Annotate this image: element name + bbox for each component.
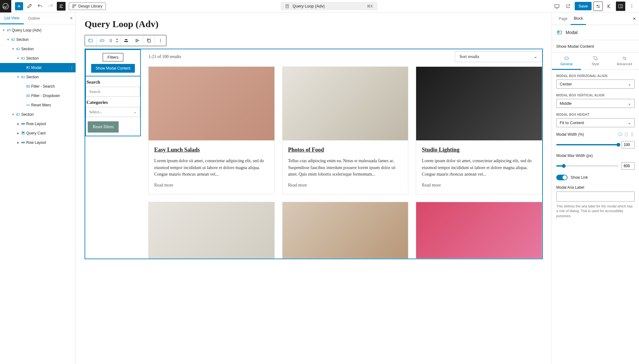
filters-trigger-button[interactable]: Filters [103,53,123,61]
query-card[interactable]: Easy Lunch SaladsLorem ipsum dolor sit a… [148,66,275,194]
show-link-toggle[interactable] [556,175,568,180]
sort-select[interactable]: Sort results ⌄ [455,51,542,62]
query-card[interactable] [148,202,275,259]
tree-caret-icon[interactable]: ▼ [16,75,20,79]
subtab-general[interactable]: General [552,53,581,70]
design-library-button[interactable]: Design Library [69,2,106,10]
desktop-preview-icon[interactable] [552,2,562,11]
block-type-icon[interactable] [85,35,96,46]
query-card[interactable]: Studio LightingLorem ipsum dolor sit ame… [416,66,542,194]
show-modal-content-button[interactable]: Show Modal Content [91,64,135,73]
tree-item-row-layout[interactable]: ▶Row Layout [0,119,76,129]
card-title[interactable]: Easy Lunch Salads [154,147,269,153]
tree-item-query-card[interactable]: ▶Query Card [0,129,76,138]
redo-icon[interactable] [46,2,55,11]
card-title[interactable]: Photos of Food [288,147,403,153]
tab-page[interactable]: Page [556,12,571,25]
query-card[interactable] [416,202,542,259]
tree-caret-icon[interactable]: ▼ [16,56,20,60]
modal-block-selected[interactable]: Filters Show Modal Content [85,49,141,76]
tree-caret-icon[interactable]: ▼ [2,28,6,32]
read-more-link[interactable]: Read more [288,183,403,188]
undo-icon[interactable] [36,2,44,11]
tree-item-modal[interactable]: Modal⋮ [0,63,76,72]
align-left-icon[interactable] [132,35,143,46]
close-left-panel-icon[interactable]: ✕ [70,16,73,21]
settings-preset-icon[interactable] [593,2,603,11]
svg-rect-51 [558,32,559,33]
height-select[interactable]: Fit to Content⌄ [556,118,635,127]
tab-list-view[interactable]: List View [0,13,24,24]
left-panel-tabs: List View Outline ✕ [0,12,76,24]
drag-handle-icon[interactable] [108,35,114,46]
tree-caret-icon[interactable]: ▼ [11,113,15,116]
wordpress-logo[interactable] [0,0,11,12]
tree-item-filter-search[interactable]: Filter - Search [0,82,76,91]
tree-caret-icon[interactable]: ▶ [16,141,20,144]
tree-item-filter-dropdown[interactable]: Filter - Dropdown [0,91,76,100]
more-options-icon[interactable] [155,35,166,46]
read-more-link[interactable]: Read more [154,183,269,188]
duplicate-icon[interactable] [143,35,155,46]
svg-point-15 [17,49,18,49]
close-inspector-icon[interactable]: ✕ [633,17,636,21]
tree-item-section[interactable]: ▼Section [0,44,76,54]
parent-block-icon[interactable] [96,35,108,46]
categories-select[interactable]: Select... ⌄ [86,107,140,117]
tree-item-section[interactable]: ▼Section [0,110,76,119]
device-mobile-icon[interactable] [630,132,635,137]
tree-item-section[interactable]: ▼Section [0,35,76,44]
tree-item-query-loop-adv-[interactable]: ▼Query Loop (Adv) [0,26,76,35]
reset-filters-button[interactable]: Reset filters [88,121,119,133]
move-up-down-icon[interactable] [114,35,120,46]
h-align-select[interactable]: Center⌄ [556,80,635,89]
subtab-style[interactable]: Style [581,53,610,70]
subtab-advanced[interactable]: Advanced [610,53,639,70]
svg-point-49 [160,41,161,42]
kadence-icon[interactable] [605,2,614,11]
tree-item-section[interactable]: ▼Section [0,72,76,82]
external-preview-icon[interactable] [563,2,573,11]
svg-rect-34 [24,142,25,143]
tools-icon[interactable] [25,2,34,11]
card-title[interactable]: Studio Lighting [422,147,536,153]
tree-item-label: Reset filters [31,103,51,107]
page-selector[interactable]: Query Loop (Adv) ⌘K [281,2,377,10]
svg-rect-2 [75,4,76,6]
tab-outline[interactable]: Outline [24,12,44,24]
read-more-link[interactable]: Read more [422,183,536,188]
tree-item-options-icon[interactable]: ⋮ [70,66,74,70]
svg-point-41 [111,40,112,41]
svg-point-9 [632,4,632,5]
max-width-slider[interactable] [556,165,618,167]
tree-item-row-layout[interactable]: ▶Row Layout [0,138,76,147]
svg-rect-22 [27,85,29,87]
width-slider[interactable] [556,144,618,145]
v-align-select[interactable]: Middle⌄ [556,99,635,108]
tree-caret-icon[interactable]: ▼ [6,38,10,41]
aria-label-input[interactable] [556,192,635,201]
settings-sidebar-icon[interactable] [616,2,625,11]
tree-caret-icon[interactable]: ▼ [11,47,15,51]
tree-caret-icon[interactable]: ▶ [16,131,20,135]
align-center-icon[interactable] [120,35,132,46]
tab-block[interactable]: Block [571,13,586,25]
max-width-input[interactable] [622,162,635,170]
tree-item-reset-filters[interactable]: Reset filters [0,100,76,110]
device-desktop-icon[interactable] [618,132,623,137]
query-card[interactable] [282,202,409,259]
width-input[interactable] [622,141,635,148]
add-block-button[interactable] [15,2,23,10]
tree-item-section[interactable]: ▼Section [0,54,76,63]
tree-caret-icon[interactable]: ▶ [16,122,20,126]
query-card[interactable]: Photos of FoodTellus cras adipiscing eni… [282,66,409,194]
options-icon[interactable] [627,2,637,11]
list-view-icon[interactable] [57,2,66,11]
show-modal-action[interactable]: Show Modal Content [552,40,639,53]
search-input[interactable] [86,87,140,97]
save-button[interactable]: Save [575,2,592,10]
page-title: Query Loop (Adv) [85,19,543,29]
query-loop-block[interactable]: Filters Show Modal Content Search Catego… [85,49,543,259]
svg-point-36 [89,40,90,41]
device-tablet-icon[interactable] [624,132,629,137]
